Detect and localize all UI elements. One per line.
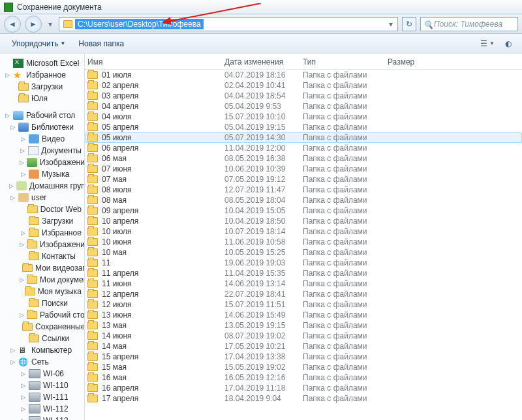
view-options-button[interactable]: ☰▼ xyxy=(476,38,499,50)
tree-expand-icon[interactable]: ▷ xyxy=(20,277,24,283)
tree-expand-icon[interactable]: ▷ xyxy=(20,406,26,412)
sidebar-item[interactable]: ▷user xyxy=(1,192,83,203)
file-row[interactable]: 08 мая08.05.2019 18:04Папка с файлами xyxy=(85,195,522,205)
file-row[interactable]: 06 апреля11.04.2019 12:00Папка с файлами xyxy=(85,143,522,153)
file-row[interactable]: 16 мая16.05.2019 12:16Папка с файлами xyxy=(85,372,522,383)
sidebar-item[interactable]: Контакты xyxy=(1,250,83,262)
col-name[interactable]: Имя xyxy=(87,57,224,67)
file-row[interactable]: 15 апреля17.04.2019 13:38Папка с файлами xyxy=(85,352,522,362)
sidebar-item[interactable]: ▷WI-111 xyxy=(1,391,83,403)
sidebar-item[interactable]: ▷Библиотеки xyxy=(1,121,83,133)
file-row[interactable]: 07 мая07.05.2019 19:12Папка с файлами xyxy=(85,174,522,185)
tree-expand-icon[interactable]: ▷ xyxy=(20,241,24,248)
nav-back-button[interactable]: ◄ xyxy=(4,16,21,33)
file-row[interactable]: 12 апреля22.07.2019 18:41Папка с файлами xyxy=(85,289,522,299)
file-row[interactable]: 04 июля15.07.2019 10:10Папка с файлами xyxy=(85,112,522,122)
tree-expand-icon[interactable]: ▷ xyxy=(4,72,10,78)
tree-expand-icon[interactable]: ▷ xyxy=(20,394,26,400)
tree-expand-icon[interactable]: ▷ xyxy=(20,171,26,177)
sidebar-item[interactable]: ▷Видео xyxy=(1,133,83,145)
nav-forward-button[interactable]: ► xyxy=(25,16,42,33)
file-row[interactable]: 15 мая15.05.2019 19:02Папка с файлами xyxy=(85,362,522,372)
tree-expand-icon[interactable]: ▷ xyxy=(20,312,24,318)
tree-expand-icon[interactable]: ▷ xyxy=(9,194,16,201)
sidebar-item[interactable]: Юля xyxy=(1,93,83,104)
file-row[interactable]: 10 июня11.06.2019 10:58Папка с файлами xyxy=(85,237,522,247)
tree-expand-icon[interactable]: ▷ xyxy=(20,417,26,420)
file-row[interactable]: 12 июля15.07.2019 11:51Папка с файлами xyxy=(85,299,522,310)
sidebar-item[interactable]: ▷WI-112 xyxy=(1,403,83,415)
tree-expand-icon[interactable]: ▷ xyxy=(9,347,16,353)
tree-expand-icon[interactable]: ▷ xyxy=(20,159,24,166)
file-row[interactable]: 06 мая08.05.2019 16:38Папка с файлами xyxy=(85,153,522,164)
file-row[interactable]: 03 апреля04.04.2019 18:54Папка с файлами xyxy=(85,91,522,101)
tree-expand-icon[interactable]: ▷ xyxy=(20,230,26,236)
tree-expand-icon[interactable]: ▷ xyxy=(20,147,25,154)
nav-history-button[interactable]: ▾ xyxy=(46,17,55,31)
new-folder-button[interactable]: Новая папка xyxy=(73,37,129,51)
sidebar-item[interactable]: ▷Избранное xyxy=(1,227,83,239)
sidebar-item[interactable]: ▷Мои документы xyxy=(1,274,83,286)
file-row[interactable]: 04 апреля05.04.2019 9:53Папка с файлами xyxy=(85,101,522,112)
sidebar-item[interactable]: ▷★Избранное xyxy=(1,69,83,81)
sidebar-item[interactable]: Загрузки xyxy=(1,81,83,93)
file-name: 16 апреля xyxy=(102,383,138,393)
tree-expand-icon[interactable]: ▷ xyxy=(9,183,14,189)
file-row[interactable]: 11 июня14.06.2019 13:14Папка с файлами xyxy=(85,278,522,289)
file-row[interactable]: 14 июня08.07.2019 19:02Папка с файлами xyxy=(85,331,522,341)
tree-expand-icon[interactable]: ▷ xyxy=(20,382,26,389)
file-row[interactable]: 10 апреля10.04.2019 18:50Папка с файлами xyxy=(85,216,522,226)
column-headers[interactable]: Имя Дата изменения Тип Размер xyxy=(85,53,522,70)
sidebar-item[interactable]: ▷WI-113 xyxy=(1,415,83,420)
file-row[interactable]: 09 апреля10.04.2019 15:05Папка с файлами xyxy=(85,205,522,216)
sidebar-item[interactable]: ▷🖥Компьютер xyxy=(1,344,83,356)
tree-expand-icon[interactable]: ▷ xyxy=(4,112,10,119)
file-row[interactable]: 16 апреля17.04.2019 11:18Папка с файлами xyxy=(85,383,522,393)
tree-expand-icon[interactable]: ▷ xyxy=(20,136,26,142)
organize-button[interactable]: Упорядочить▼ xyxy=(7,37,70,51)
sidebar-item[interactable]: Поиски xyxy=(1,297,83,309)
tree-expand-icon[interactable]: ▷ xyxy=(9,124,16,130)
file-row[interactable]: 11 апреля11.04.2019 15:35Папка с файлами xyxy=(85,268,522,278)
file-row[interactable]: 05 июля05.07.2019 14:30Папка с файлами xyxy=(85,132,522,143)
sidebar-item[interactable]: ▷🌐Сеть xyxy=(1,356,83,368)
sidebar-item[interactable]: ▷Документы xyxy=(1,145,83,157)
file-row[interactable]: 01 июля04.07.2019 18:16Папка с файлами xyxy=(85,70,522,80)
file-row[interactable]: 10 мая10.05.2019 15:25Папка с файлами xyxy=(85,247,522,258)
col-type[interactable]: Тип xyxy=(303,57,388,67)
sidebar-item[interactable]: Мои видеозапи xyxy=(1,262,83,274)
file-row[interactable]: 13 мая13.05.2019 19:15Папка с файлами xyxy=(85,320,522,331)
search-input[interactable]: 🔍 Поиск: Тимофеева xyxy=(420,17,518,31)
sidebar-item[interactable]: Doctor Web xyxy=(1,203,83,215)
file-row[interactable]: 07 июня10.06.2019 10:39Папка с файлами xyxy=(85,164,522,174)
sidebar-item[interactable]: Microsoft Excel xyxy=(1,57,83,69)
sidebar-item[interactable]: Ссылки xyxy=(1,333,83,344)
sidebar-item[interactable]: Загрузки xyxy=(1,215,83,227)
sidebar-item[interactable]: ▷Рабочий стол xyxy=(1,110,83,121)
file-row[interactable]: 05 апреля05.04.2019 19:15Папка с файлами xyxy=(85,122,522,132)
file-row[interactable]: 1119.06.2019 19:03Папка с файлами xyxy=(85,258,522,268)
file-row[interactable]: 13 июня14.06.2019 15:49Папка с файлами xyxy=(85,310,522,320)
file-row[interactable]: 02 апреля02.04.2019 10:41Папка с файлами xyxy=(85,80,522,91)
address-input[interactable]: C:\Users\user\Desktop\Тимофеева ▾ xyxy=(59,17,398,31)
refresh-button[interactable]: ↻ xyxy=(402,17,416,31)
sidebar-item[interactable]: ▷WI-110 xyxy=(1,380,83,391)
tree-expand-icon[interactable]: ▷ xyxy=(9,359,16,365)
sidebar-item[interactable]: ▷Изображения xyxy=(1,157,83,168)
sidebar-item[interactable]: Моя музыка xyxy=(1,286,83,297)
address-dropdown-icon[interactable]: ▾ xyxy=(386,20,396,29)
file-row[interactable]: 10 июля10.07.2019 18:14Папка с файлами xyxy=(85,226,522,237)
col-size[interactable]: Размер xyxy=(388,57,433,67)
sidebar-item[interactable]: ▷WI-06 xyxy=(1,368,83,380)
help-button[interactable]: ◐ xyxy=(501,38,515,50)
col-date[interactable]: Дата изменения xyxy=(224,57,303,67)
file-row[interactable]: 17 апреля18.04.2019 9:04Папка с файлами xyxy=(85,393,522,404)
file-row[interactable]: 14 мая17.05.2019 10:21Папка с файлами xyxy=(85,341,522,352)
sidebar-item[interactable]: ▷Домашняя группа xyxy=(1,180,83,192)
sidebar-item[interactable]: Сохраненные и xyxy=(1,321,83,333)
sidebar-item[interactable]: ▷Изображения xyxy=(1,239,83,250)
file-row[interactable]: 08 июля12.07.2019 11:47Папка с файлами xyxy=(85,185,522,195)
sidebar-item[interactable]: ▷Рабочий стол xyxy=(1,309,83,321)
sidebar-item[interactable]: ▷Музыка xyxy=(1,168,83,180)
tree-expand-icon[interactable]: ▷ xyxy=(20,370,26,377)
